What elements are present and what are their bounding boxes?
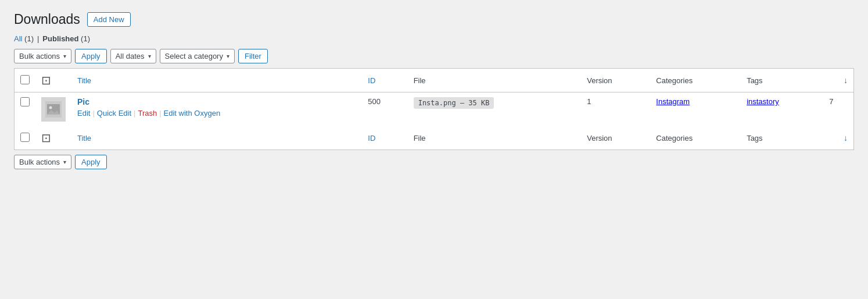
foot-col-file-header: File — [408, 126, 582, 150]
row-category-link[interactable]: Instagram — [656, 97, 690, 106]
thumbnail-image-icon — [45, 101, 62, 118]
action-sep-1: | — [92, 109, 94, 118]
table-foot-row: ⊡ Title ID File Version Categories Tags … — [15, 126, 854, 150]
apply-button-top[interactable]: Apply — [75, 49, 107, 63]
dates-chevron: ▾ — [148, 53, 151, 59]
status-all[interactable]: All (1) — [14, 34, 34, 43]
row-checkbox-cell — [15, 92, 36, 127]
status-all-link[interactable]: All — [14, 34, 22, 43]
col-id-header[interactable]: ID — [362, 69, 407, 92]
action-sep-2: | — [134, 109, 135, 118]
row-actions: Edit | Quick Edit | Trash | Edit with Ox… — [77, 109, 356, 118]
row-id: 500 — [368, 97, 381, 106]
category-dropdown[interactable]: Select a category ▾ — [160, 49, 235, 63]
table-head: ⊡ Title ID File Version Categories Tags … — [15, 69, 854, 92]
trash-link[interactable]: Trash — [138, 109, 157, 118]
table-row: Pic Edit | Quick Edit | Trash | Edit wit… — [15, 92, 854, 127]
status-all-count: (1) — [24, 34, 34, 43]
status-separator: | — [37, 34, 39, 43]
bulk-actions-dropdown-top[interactable]: Bulk actions ▾ — [14, 49, 71, 63]
foot-col-id-header[interactable]: ID — [362, 126, 407, 150]
bulk-actions-chevron-top: ▾ — [63, 53, 66, 59]
status-filter-links: All (1) | Published (1) — [14, 34, 854, 43]
col-tags-header: Tags — [741, 69, 823, 92]
row-sort-count: 7 — [829, 97, 833, 106]
col-title-header[interactable]: Title — [71, 69, 362, 92]
row-version: 1 — [587, 97, 591, 106]
quick-edit-link[interactable]: Quick Edit — [97, 109, 131, 118]
category-chevron: ▾ — [227, 53, 229, 59]
page-title: Downloads — [14, 12, 80, 27]
col-version-header: Version — [581, 69, 650, 92]
table-head-row: ⊡ Title ID File Version Categories Tags … — [15, 69, 854, 92]
row-title-cell: Pic Edit | Quick Edit | Trash | Edit wit… — [71, 92, 362, 127]
tablenav-bottom: Bulk actions ▾ Apply — [14, 155, 854, 169]
foot-col-categories-header: Categories — [650, 126, 741, 150]
edit-link[interactable]: Edit — [77, 109, 90, 118]
foot-col-tags-header: Tags — [741, 126, 823, 150]
bulk-actions-dropdown-bottom[interactable]: Bulk actions ▾ — [14, 155, 71, 169]
bulk-actions-chevron-bottom: ▾ — [63, 159, 66, 165]
row-sort-cell: 7 — [823, 92, 853, 127]
filter-button[interactable]: Filter — [238, 49, 268, 63]
col-checkbox-header — [15, 69, 36, 92]
foot-sort-down-icon: ↓ — [844, 133, 848, 143]
select-all-checkbox[interactable] — [20, 75, 30, 84]
page-header: Downloads Add New — [14, 12, 854, 27]
table-foot: ⊡ Title ID File Version Categories Tags … — [15, 126, 854, 150]
status-published-link[interactable]: Published — [42, 34, 78, 43]
foot-col-version-header: Version — [581, 126, 650, 150]
foot-col-sort-header[interactable]: ↓ — [823, 126, 853, 150]
row-categories-cell: Instagram — [650, 92, 741, 127]
table-body: Pic Edit | Quick Edit | Trash | Edit wit… — [15, 92, 854, 127]
edit-with-link[interactable]: Edit with Oxygen — [164, 109, 221, 118]
row-version-cell: 1 — [581, 92, 650, 127]
row-id-cell: 500 — [362, 92, 407, 127]
bulk-actions-label-top: Bulk actions — [19, 52, 60, 60]
action-sep-3: | — [159, 109, 161, 118]
row-tag-link[interactable]: instastory — [747, 97, 779, 106]
row-thumbnail — [41, 97, 66, 122]
foot-col-image-header: ⊡ — [35, 126, 71, 150]
row-file-badge: Insta.png – 35 KB — [414, 97, 494, 109]
tablenav-top: Bulk actions ▾ Apply All dates ▾ Select … — [14, 49, 854, 63]
status-published[interactable]: Published (1) — [42, 34, 90, 43]
status-published-count: (1) — [81, 34, 90, 43]
category-label: Select a category — [165, 52, 223, 60]
svg-point-2 — [49, 106, 52, 109]
sort-down-icon: ↓ — [844, 76, 848, 85]
foot-col-title-header[interactable]: Title — [71, 126, 362, 150]
row-title-link[interactable]: Pic — [77, 97, 356, 106]
row-tags-cell: instastory — [741, 92, 823, 127]
bulk-actions-label-bottom: Bulk actions — [19, 158, 60, 166]
downloads-table: ⊡ Title ID File Version Categories Tags … — [14, 68, 854, 150]
foot-image-column-icon: ⊡ — [41, 131, 51, 144]
add-new-button[interactable]: Add New — [87, 12, 131, 27]
col-sort-header[interactable]: ↓ — [823, 69, 853, 92]
foot-col-checkbox-header — [15, 126, 36, 150]
dates-label: All dates — [116, 52, 145, 60]
foot-select-all-checkbox[interactable] — [20, 133, 30, 142]
row-checkbox[interactable] — [20, 97, 30, 106]
col-image-header: ⊡ — [35, 69, 71, 92]
row-file-cell: Insta.png – 35 KB — [408, 92, 582, 127]
col-file-header: File — [408, 69, 582, 92]
image-column-icon: ⊡ — [41, 74, 51, 87]
apply-button-bottom[interactable]: Apply — [75, 155, 107, 169]
col-categories-header: Categories — [650, 69, 741, 92]
row-image-cell — [35, 92, 71, 127]
dates-dropdown[interactable]: All dates ▾ — [110, 49, 156, 63]
